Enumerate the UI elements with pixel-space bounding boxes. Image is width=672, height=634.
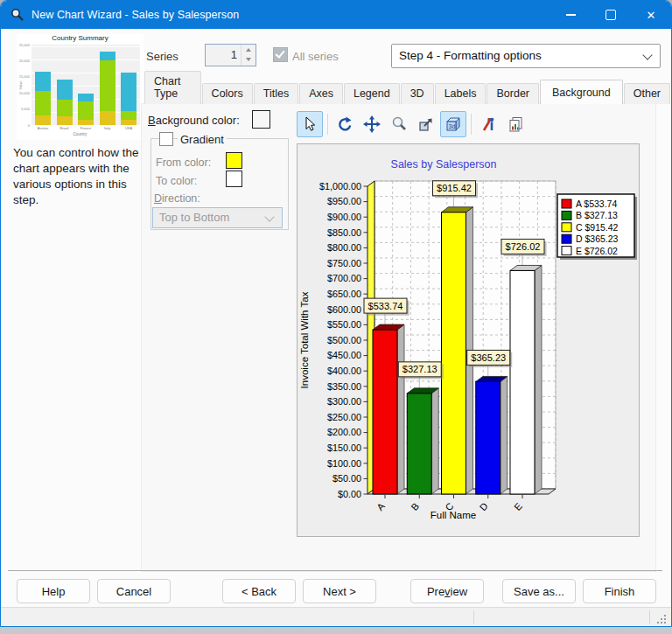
wizard-app-icon [10, 8, 24, 23]
preview-x-tick: Brazil [54, 126, 75, 130]
to-color-swatch[interactable] [226, 171, 242, 187]
svg-text:B $327.13: B $327.13 [576, 210, 618, 220]
preview-plot-area [32, 45, 140, 125]
y-axis: $0.00$50.00$100.00$150.00$200.00$250.00$… [319, 181, 368, 499]
saveas-button[interactable]: Save as... [502, 579, 576, 603]
chart-title: Sales by Salesperson [391, 158, 497, 171]
select-cursor-button[interactable] [297, 111, 323, 137]
svg-text:E: E [512, 501, 524, 512]
preview-segment [35, 72, 51, 91]
preview-segment [57, 80, 73, 100]
tab-legend[interactable]: Legend [344, 83, 400, 104]
resize-grip[interactable] [664, 622, 666, 624]
copy-chart-icon [507, 115, 524, 133]
copy-chart-button[interactable] [502, 111, 528, 137]
gradient-checkbox[interactable] [159, 132, 173, 146]
minimize-button[interactable] [550, 1, 591, 29]
svg-text:$915.42: $915.42 [437, 183, 472, 193]
close-button[interactable]: ✕ [631, 1, 671, 29]
tab-other[interactable]: Other [624, 83, 670, 104]
preview-segment [35, 91, 51, 115]
view-3d-button[interactable]: 3d [440, 111, 466, 137]
preview-y-tick: 0 [18, 123, 30, 128]
preview-y-tick: 10,000 [18, 91, 30, 95]
svg-text:$200.00: $200.00 [327, 427, 361, 437]
all-series-checkbox[interactable] [273, 47, 288, 62]
preview-button[interactable]: Preview [410, 579, 484, 603]
bar-C [442, 212, 466, 494]
svg-text:3d: 3d [449, 123, 456, 129]
toolbar-separator [327, 114, 328, 135]
svg-text:$800.00: $800.00 [327, 242, 361, 253]
tab-strip: Chart TypeColorsTitlesAxesLegend3DLabels… [144, 80, 671, 104]
rotate-button[interactable] [332, 111, 358, 137]
background-color-label: Background color: [148, 114, 240, 127]
preview-segment [121, 120, 136, 125]
y-axis-title: Invoice Total With Tax [299, 291, 310, 388]
status-separator [473, 610, 474, 624]
svg-text:D $365.23: D $365.23 [576, 233, 619, 244]
all-series-label: All series [292, 50, 339, 63]
bar-A [373, 330, 397, 494]
svg-text:$650.00: $650.00 [327, 289, 361, 299]
from-color-label: From color: [156, 157, 211, 169]
chevron-down-icon [642, 50, 652, 59]
finish-button[interactable]: Finish [583, 579, 656, 603]
svg-text:$1,000.00: $1,000.00 [319, 181, 361, 192]
cancel-button[interactable]: Cancel [97, 579, 171, 603]
preview-x-tick: USA [118, 126, 139, 130]
title-bar[interactable]: New Chart Wizard - Sales by Salesperson … [1, 1, 671, 29]
svg-text:$700.00: $700.00 [327, 273, 361, 283]
svg-text:$250.00: $250.00 [327, 412, 361, 422]
svg-text:$365.23: $365.23 [471, 352, 506, 363]
tab-3d[interactable]: 3D [401, 83, 434, 104]
gradient-label: Gradient [178, 133, 227, 146]
bar-E [510, 270, 535, 494]
spinner-up-button[interactable] [242, 45, 256, 54]
preview-segment [57, 100, 73, 116]
tab-axes[interactable]: Axes [299, 83, 343, 104]
next-button[interactable]: Next > [303, 579, 376, 603]
svg-text:B: B [409, 501, 421, 512]
svg-text:A $533.74: A $533.74 [576, 199, 617, 209]
depth-icon [417, 115, 435, 133]
series-spinner[interactable]: 1 [205, 44, 256, 66]
direction-dropdown[interactable]: Top to Bottom [152, 207, 283, 228]
depth-button[interactable] [413, 111, 439, 137]
tools-icon [480, 115, 497, 133]
move-icon [363, 115, 381, 133]
tab-chart-type[interactable]: Chart Type [144, 71, 201, 104]
maximize-button[interactable] [591, 1, 631, 29]
chart-toolbar: 3d [297, 109, 529, 138]
bar-B [407, 394, 431, 494]
tab-border[interactable]: Border [486, 83, 539, 104]
help-button[interactable]: Help [17, 579, 90, 603]
wizard-step-value: Step 4 - Formatting options [399, 49, 542, 62]
zoom-icon [390, 115, 408, 133]
tab-titles[interactable]: Titles [254, 83, 298, 104]
back-button[interactable]: < Back [222, 579, 296, 603]
svg-text:$500.00: $500.00 [327, 335, 361, 345]
from-color-swatch[interactable] [226, 152, 242, 169]
maximize-icon [606, 10, 616, 20]
arrow-down-icon [246, 58, 251, 61]
bar-D [476, 381, 500, 494]
spinner-down-button[interactable] [242, 54, 256, 64]
tab-colors[interactable]: Colors [202, 83, 253, 104]
svg-text:D: D [478, 500, 490, 512]
tab-labels[interactable]: Labels [435, 83, 486, 104]
preview-x-tick: France [75, 126, 96, 130]
tools-button[interactable] [475, 111, 501, 137]
move-button[interactable] [359, 111, 385, 137]
svg-text:$50.00: $50.00 [332, 473, 361, 484]
chart-legend[interactable]: A $533.74B $327.13C $915.42D $365.23E $7… [557, 194, 637, 260]
svg-text:$900.00: $900.00 [327, 212, 361, 222]
tab-background[interactable]: Background [540, 80, 623, 104]
preview-y-tick: 25,000 [18, 43, 30, 47]
background-color-swatch[interactable] [252, 110, 270, 129]
zoom-button[interactable] [386, 111, 412, 137]
svg-text:$950.00: $950.00 [327, 196, 361, 206]
preview-x-axis-label: Country [17, 132, 144, 136]
chart-canvas[interactable]: $0.00$50.00$100.00$150.00$200.00$250.00$… [297, 143, 640, 537]
wizard-step-dropdown[interactable]: Step 4 - Formatting options [391, 44, 661, 68]
